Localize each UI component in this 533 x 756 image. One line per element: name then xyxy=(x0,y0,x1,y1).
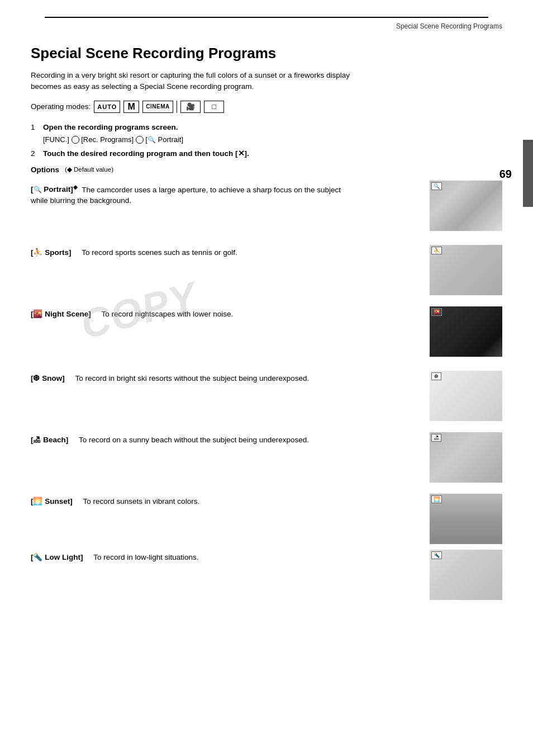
scene-img-beach: 🏖 xyxy=(430,432,502,483)
scene-text-lowlight: [🔦 Low Light] To record in low-light sit… xyxy=(31,552,344,563)
scene-img-col-sports: ⛹ xyxy=(430,245,502,295)
circle-icon-1 xyxy=(72,136,79,144)
options-note: (◆ Default value) xyxy=(65,166,113,173)
page-header: Special Scene Recording Programs xyxy=(396,22,502,30)
circle-icon-2 xyxy=(136,136,144,144)
step-1-bold: Open the recording programs screen. xyxy=(43,123,178,131)
scene-text-snow: [❆ Snow] To record in bright ski resorts… xyxy=(31,373,344,384)
scene-img-col-night: 🌇 xyxy=(430,306,502,357)
scene-entry-beach: [🏖 Beach] To record on a sunny beach wit… xyxy=(31,429,502,490)
mode-camera: 🎥 xyxy=(180,101,201,113)
top-rule xyxy=(45,17,488,18)
right-tab xyxy=(523,140,533,207)
scene-entry-sunset: [🌅 Sunset] To record sunsets in vibrant … xyxy=(31,490,502,546)
scene-img-overlay-portrait: 🔍 xyxy=(431,182,442,190)
mode-m: M xyxy=(123,101,139,113)
scene-text-portrait: [🔍 Portrait]◆ The camcorder uses a large… xyxy=(31,183,344,207)
scene-label-portrait: [🔍 Portrait]◆ xyxy=(31,185,78,193)
scene-img-overlay-night: 🌇 xyxy=(431,308,442,316)
scene-label-snow: [❆ Snow] xyxy=(31,374,65,382)
scene-img-night: 🌇 xyxy=(430,306,502,357)
mode-separator xyxy=(177,101,178,113)
options-label: Options xyxy=(31,166,59,174)
scene-desc-sports: To record sports scenes such as tennis o… xyxy=(75,248,237,257)
step-2: 2 Touch the desired recording program an… xyxy=(31,148,502,159)
scene-img-overlay-snow: ❆ xyxy=(431,372,441,380)
scene-img-sunset: 🌅 xyxy=(430,494,502,544)
scene-img-snow: ❆ xyxy=(430,371,502,421)
intro-text: Recording in a very bright ski resort or… xyxy=(31,70,377,93)
step-1-sub: [FUNC.] [Rec. Programs] [🔍 Portrait] xyxy=(43,135,502,144)
scene-img-overlay-beach: 🏖 xyxy=(431,434,441,442)
page-container: Special Scene Recording Programs 69 COPY… xyxy=(0,0,533,756)
scene-img-portrait: 🔍 xyxy=(430,181,502,231)
steps: 1 Open the recording programs screen. [F… xyxy=(31,122,502,160)
mode-auto: AUTO xyxy=(94,101,120,113)
scene-label-lowlight: [🔦 Low Light] xyxy=(31,553,83,561)
scene-entry-portrait: [🔍 Portrait]◆ The camcorder uses a large… xyxy=(31,177,502,242)
scene-grid: [🔍 Portrait]◆ The camcorder uses a large… xyxy=(31,177,502,608)
scene-desc-beach: To record on a sunny beach without the s… xyxy=(73,436,309,444)
operating-modes-label: Operating modes: xyxy=(31,102,91,111)
scene-label-night: [🌇 Night Scene] xyxy=(31,310,91,318)
header-label: Special Scene Recording Programs xyxy=(396,22,502,30)
scene-img-col-lowlight: 🔦 xyxy=(430,550,502,600)
scene-img-overlay-sports: ⛹ xyxy=(431,247,442,254)
step-1: 1 Open the recording programs screen. xyxy=(31,122,502,133)
page-title: Special Scene Recording Programs xyxy=(31,45,502,62)
step-2-text: Touch the desired recording program and … xyxy=(43,148,502,159)
scene-img-col-beach: 🏖 xyxy=(430,432,502,483)
mode-square: □ xyxy=(204,101,224,113)
scene-desc-sunset: To record sunsets in vibrant colors. xyxy=(77,497,200,505)
scene-img-overlay-sunset: 🌅 xyxy=(431,495,442,503)
operating-modes: Operating modes: AUTO M CINEMA 🎥 □ xyxy=(31,101,502,113)
scene-desc-lowlight: To record in low-light situations. xyxy=(87,553,198,561)
mode-cinema: CINEMA xyxy=(142,101,173,113)
scene-label-sunset: [🌅 Sunset] xyxy=(31,497,73,505)
scene-img-overlay-lowlight: 🔦 xyxy=(431,551,442,559)
scene-label-sports: [⛹ Sports] xyxy=(31,248,72,257)
options-header: Options (◆ Default value) xyxy=(31,166,502,174)
main-content: Special Scene Recording Programs Recordi… xyxy=(31,39,502,608)
step-2-num: 2 xyxy=(31,148,39,159)
scene-entry-night: [🌇 Night Scene] To record nightscapes wi… xyxy=(31,303,502,367)
scene-text-night: [🌇 Night Scene] To record nightscapes wi… xyxy=(31,309,344,320)
scene-img-col-sunset: 🌅 xyxy=(430,494,502,544)
scene-text-beach: [🏖 Beach] To record on a sunny beach wit… xyxy=(31,434,344,446)
step-1-text: Open the recording programs screen. xyxy=(43,122,502,133)
scene-entry-snow: [❆ Snow] To record in bright ski resorts… xyxy=(31,367,502,429)
scene-img-lowlight: 🔦 xyxy=(430,550,502,600)
scene-text-sports: [⛹ Sports] To record sports scenes such … xyxy=(31,247,344,258)
scene-img-sports: ⛹ xyxy=(430,245,502,295)
scene-desc-night: To record nightscapes with lower noise. xyxy=(96,310,234,318)
step-2-bold: Touch the desired recording program and … xyxy=(43,149,249,158)
scene-entry-sports: [⛹ Sports] To record sports scenes such … xyxy=(31,242,502,303)
scene-desc-snow: To record in bright ski resorts without … xyxy=(69,374,310,382)
scene-text-sunset: [🌅 Sunset] To record sunsets in vibrant … xyxy=(31,496,344,507)
step-1-num: 1 xyxy=(31,122,39,133)
scene-img-col-snow: ❆ xyxy=(430,371,502,421)
scene-label-beach: [🏖 Beach] xyxy=(31,436,68,444)
scene-entry-lowlight: [🔦 Low Light] To record in low-light sit… xyxy=(31,546,502,608)
scene-img-col-portrait: 🔍 xyxy=(430,181,502,231)
